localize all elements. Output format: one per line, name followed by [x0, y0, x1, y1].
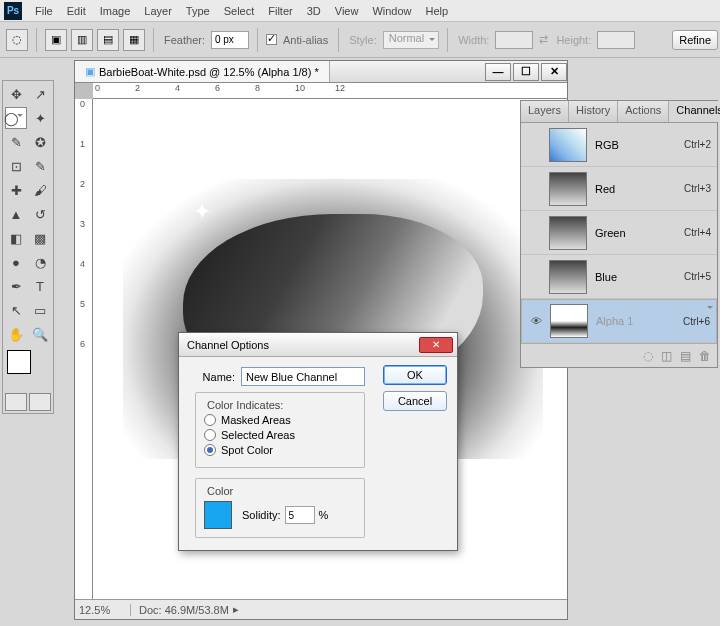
- visibility-icon[interactable]: [527, 269, 543, 285]
- menu-image[interactable]: Image: [93, 5, 138, 17]
- dialog-close-button[interactable]: ✕: [419, 337, 453, 353]
- menu-filter[interactable]: Filter: [261, 5, 299, 17]
- dialog-titlebar[interactable]: Channel Options ✕: [179, 333, 457, 357]
- doc-size-info[interactable]: Doc: 46.9M/53.8M: [131, 604, 229, 616]
- channel-shortcut: Ctrl+2: [684, 139, 711, 150]
- brush-tool[interactable]: 🖌: [29, 179, 51, 201]
- minimize-button[interactable]: —: [485, 63, 511, 81]
- quickmask-toggle[interactable]: [5, 393, 27, 411]
- menu-view[interactable]: View: [328, 5, 366, 17]
- antialias-checkbox[interactable]: [266, 34, 277, 45]
- menu-window[interactable]: Window: [365, 5, 418, 17]
- channel-row[interactable]: 👁 Alpha 1 Ctrl+6: [521, 299, 717, 343]
- tab-layers[interactable]: Layers: [521, 101, 569, 122]
- radio-masked-areas[interactable]: Masked Areas: [204, 414, 356, 426]
- refine-edge-button[interactable]: Refine: [672, 30, 718, 50]
- tab-actions[interactable]: Actions: [618, 101, 669, 122]
- healing-tool[interactable]: ✚: [5, 179, 27, 201]
- menu-select[interactable]: Select: [217, 5, 262, 17]
- width-label: Width:: [456, 34, 491, 46]
- menu-help[interactable]: Help: [419, 5, 456, 17]
- new-channel-icon[interactable]: ▤: [680, 349, 691, 363]
- eyedropper-tool[interactable]: ✎: [29, 155, 51, 177]
- foreground-color[interactable]: [7, 350, 31, 374]
- chevron-right-icon[interactable]: ▸: [233, 603, 239, 616]
- quick-select-tool[interactable]: ✎: [5, 131, 27, 153]
- dodge-tool[interactable]: ◔: [29, 251, 51, 273]
- solidity-label: Solidity:: [242, 509, 281, 521]
- radio-selected-areas[interactable]: Selected Areas: [204, 429, 356, 441]
- solidity-input[interactable]: [285, 506, 315, 524]
- color-wells[interactable]: [5, 350, 51, 386]
- tool-preset-picker[interactable]: ◌: [6, 29, 28, 51]
- visibility-icon[interactable]: [527, 137, 543, 153]
- shape-tool[interactable]: ▭: [29, 299, 51, 321]
- path-select-tool[interactable]: ↖: [5, 299, 27, 321]
- screenmode-toggle[interactable]: [29, 393, 51, 411]
- save-selection-icon[interactable]: ◫: [661, 349, 672, 363]
- pen-tool[interactable]: ✒: [5, 275, 27, 297]
- feather-input[interactable]: [211, 31, 249, 49]
- type-tool[interactable]: T: [29, 275, 51, 297]
- artboard-tool[interactable]: ↗: [29, 83, 51, 105]
- feather-label: Feather:: [162, 34, 207, 46]
- gradient-tool[interactable]: ▩: [29, 227, 51, 249]
- toolbox: ✥↗ ◯✦ ✎✪ ⊡✎ ✚🖌 ▲↺ ◧▩ ●◔ ✒T ↖▭ ✋🔍: [2, 80, 54, 414]
- menu-edit[interactable]: Edit: [60, 5, 93, 17]
- move-tool[interactable]: ✥: [5, 83, 27, 105]
- menu-type[interactable]: Type: [179, 5, 217, 17]
- visibility-icon[interactable]: [527, 225, 543, 241]
- channel-name: Blue: [595, 271, 684, 283]
- new-selection-icon[interactable]: ▣: [45, 29, 67, 51]
- visibility-icon[interactable]: [527, 181, 543, 197]
- channel-name-input[interactable]: [241, 367, 365, 386]
- blur-tool[interactable]: ●: [5, 251, 27, 273]
- menu-file[interactable]: File: [28, 5, 60, 17]
- visibility-icon[interactable]: 👁: [528, 313, 544, 329]
- status-bar: 12.5% Doc: 46.9M/53.8M ▸: [75, 599, 567, 619]
- lasso-tool[interactable]: ✦: [29, 107, 51, 129]
- marquee-tool[interactable]: ◯: [5, 107, 27, 129]
- menu-3d[interactable]: 3D: [300, 5, 328, 17]
- radio-spot-color[interactable]: Spot Color: [204, 444, 356, 456]
- ok-button[interactable]: OK: [383, 365, 447, 385]
- crop-tool[interactable]: ⊡: [5, 155, 27, 177]
- ps-file-icon: ▣: [85, 65, 95, 78]
- subtract-selection-icon[interactable]: ▤: [97, 29, 119, 51]
- history-brush-tool[interactable]: ↺: [29, 203, 51, 225]
- cancel-button[interactable]: Cancel: [383, 391, 447, 411]
- ruler-vertical[interactable]: 0123456: [75, 99, 93, 599]
- hand-tool[interactable]: ✋: [5, 323, 27, 345]
- document-titlebar: ▣BarbieBoat-White.psd @ 12.5% (Alpha 1/8…: [75, 61, 567, 83]
- color-swatch[interactable]: [204, 501, 232, 529]
- stamp-tool[interactable]: ▲: [5, 203, 27, 225]
- delete-channel-icon[interactable]: 🗑: [699, 349, 711, 363]
- channel-row[interactable]: RGB Ctrl+2: [521, 123, 717, 167]
- menubar: Ps File Edit Image Layer Type Select Fil…: [0, 0, 720, 22]
- eraser-tool[interactable]: ◧: [5, 227, 27, 249]
- menu-layer[interactable]: Layer: [137, 5, 179, 17]
- zoom-tool[interactable]: 🔍: [29, 323, 51, 345]
- ruler-horizontal[interactable]: 024681012: [93, 83, 567, 99]
- tab-channels[interactable]: Channels: [669, 101, 720, 122]
- channel-name: RGB: [595, 139, 684, 151]
- add-selection-icon[interactable]: ▥: [71, 29, 93, 51]
- magic-wand-tool[interactable]: ✪: [29, 131, 51, 153]
- channel-name: Red: [595, 183, 684, 195]
- channel-row[interactable]: Green Ctrl+4: [521, 211, 717, 255]
- channel-shortcut: Ctrl+3: [684, 183, 711, 194]
- channel-row[interactable]: Blue Ctrl+5: [521, 255, 717, 299]
- channel-shortcut: Ctrl+6: [683, 316, 710, 327]
- channel-thumb: [549, 260, 587, 294]
- document-tab[interactable]: ▣BarbieBoat-White.psd @ 12.5% (Alpha 1/8…: [75, 61, 330, 82]
- tab-history[interactable]: History: [569, 101, 618, 122]
- color-indicates-legend: Color Indicates:: [204, 399, 286, 411]
- channel-row[interactable]: Red Ctrl+3: [521, 167, 717, 211]
- zoom-level[interactable]: 12.5%: [75, 604, 131, 616]
- solidity-percent: %: [319, 509, 329, 521]
- close-button[interactable]: ✕: [541, 63, 567, 81]
- intersect-selection-icon[interactable]: ▦: [123, 29, 145, 51]
- maximize-button[interactable]: ☐: [513, 63, 539, 81]
- load-selection-icon[interactable]: ◌: [643, 349, 653, 363]
- style-select[interactable]: Normal: [383, 31, 439, 49]
